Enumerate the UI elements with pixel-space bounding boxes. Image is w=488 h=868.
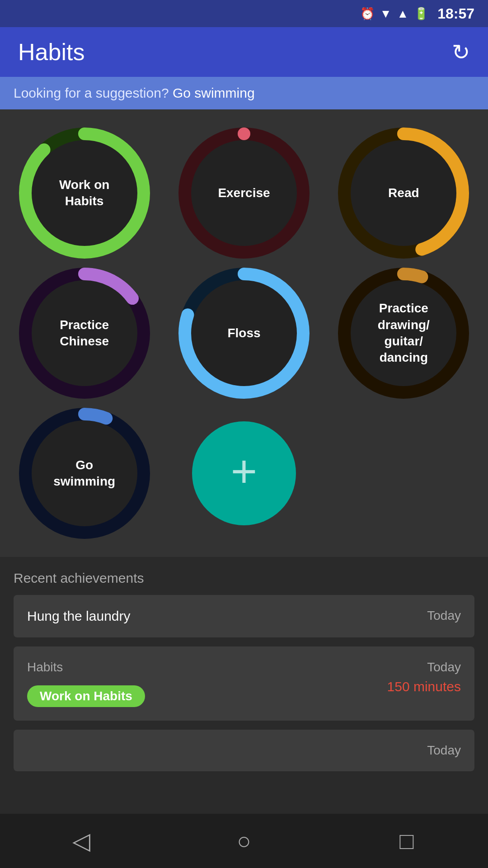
suggestion-link[interactable]: Go swimming	[173, 85, 255, 100]
habit-label: Read	[388, 185, 419, 201]
habit-practice-drawing[interactable]: Practice drawing/ guitar/ dancing	[338, 268, 469, 399]
habit-read[interactable]: Read	[338, 127, 469, 259]
achievement-row: Today	[27, 743, 461, 758]
achievements-title: Recent achievements	[14, 571, 474, 586]
status-bar: ⏰ ▼ ▲ 🔋 18:57	[0, 0, 488, 27]
achievements-section: Recent achievements Hung the laundry Tod…	[0, 557, 488, 785]
alarm-icon: ⏰	[360, 7, 375, 21]
habit-work-on-habits[interactable]: Work on Habits	[19, 127, 150, 259]
plus-icon: +	[231, 448, 257, 494]
suggestion-bar: Looking for a suggestion? Go swimming	[0, 77, 488, 109]
achievement-category: Habits	[27, 660, 63, 675]
achievement-card-item3: Today	[14, 730, 474, 771]
achievement-card-habits: Habits Today Work on Habits 150 minutes	[14, 646, 474, 721]
habit-label: Go swimming	[48, 457, 121, 490]
add-habit-button[interactable]: +	[192, 421, 296, 525]
signal-icon: ▲	[397, 7, 408, 21]
status-icons: ⏰ ▼ ▲ 🔋	[360, 7, 428, 21]
home-button[interactable]: ○	[226, 823, 262, 859]
habit-go-swimming[interactable]: Go swimming	[19, 408, 150, 539]
bottom-nav: ◁ ○ □	[0, 814, 488, 868]
achievement-card-hung-laundry: Hung the laundry Today	[14, 595, 474, 637]
achievement-row: Hung the laundry Today	[27, 609, 461, 624]
achievement-date: Today	[427, 660, 461, 675]
habit-label: Work on Habits	[48, 177, 121, 210]
wifi-icon: ▼	[380, 7, 392, 21]
habits-grid: Work on Habits Exercise Read Practice Ch…	[0, 109, 488, 557]
app-bar: Habits ↻	[0, 27, 488, 77]
refresh-button[interactable]: ↻	[452, 39, 470, 65]
status-time: 18:57	[437, 5, 474, 22]
habit-exercise[interactable]: Exercise	[178, 127, 310, 259]
achievement-tag[interactable]: Work on Habits	[27, 685, 145, 707]
achievement-row-top: Habits Today	[27, 660, 461, 675]
achievement-row-bottom: Work on Habits 150 minutes	[27, 679, 461, 707]
habit-label: Floss	[227, 325, 260, 341]
battery-icon: 🔋	[414, 7, 428, 21]
back-button[interactable]: ◁	[63, 823, 99, 859]
achievement-date: Today	[427, 743, 461, 758]
habit-label: Practice drawing/ guitar/ dancing	[367, 300, 440, 366]
habit-floss[interactable]: Floss	[178, 268, 310, 399]
habit-label: Practice Chinese	[48, 317, 121, 350]
achievement-date: Today	[427, 609, 461, 623]
achievement-duration: 150 minutes	[387, 679, 461, 694]
achievement-name: Hung the laundry	[27, 609, 131, 624]
app-title: Habits	[18, 38, 84, 66]
recents-button[interactable]: □	[389, 823, 425, 859]
habit-practice-chinese[interactable]: Practice Chinese	[19, 268, 150, 399]
suggestion-prefix: Looking for a suggestion? Go swimming	[14, 85, 255, 101]
habit-label: Exercise	[218, 185, 270, 201]
